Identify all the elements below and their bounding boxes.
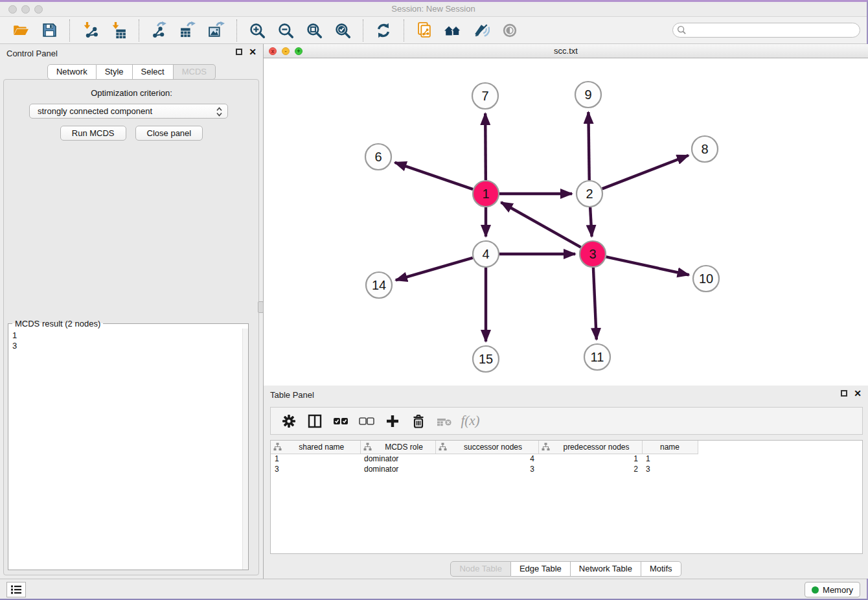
result-scrollbar[interactable] xyxy=(242,329,248,570)
toolbar-separator xyxy=(404,19,404,41)
tab-style[interactable]: Style xyxy=(97,64,133,80)
mcds-result-group: MCDS result (2 nodes) 1 3 xyxy=(8,319,249,570)
graph-edge-4-14[interactable] xyxy=(396,258,473,281)
toolbar-separator xyxy=(69,19,70,41)
graph-node-9[interactable]: 9 xyxy=(575,82,601,108)
optimization-criterion-label: Optimization criterion: xyxy=(0,88,263,98)
export-table-icon[interactable] xyxy=(178,21,198,40)
settings-gear-icon[interactable] xyxy=(278,411,300,431)
tab-network[interactable]: Network xyxy=(47,64,97,80)
hide-graphics-details-icon[interactable] xyxy=(472,21,491,40)
tab-mcds[interactable]: MCDS xyxy=(174,64,216,80)
graph-edge-1-6[interactable] xyxy=(395,163,474,189)
graph-node-8[interactable]: 8 xyxy=(692,136,718,162)
graph-node-6[interactable]: 6 xyxy=(365,144,391,170)
graph-edge-3-1[interactable] xyxy=(501,202,581,247)
add-row-icon[interactable] xyxy=(382,411,404,431)
run-mcds-button[interactable]: Run MCDS xyxy=(60,126,126,141)
graph-node-1[interactable]: 1 xyxy=(473,181,499,207)
tab-network-table[interactable]: Network Table xyxy=(571,561,641,577)
graph-edge-3-11[interactable] xyxy=(593,268,597,340)
node-table[interactable]: shared name MCDS role successor nodes pr… xyxy=(270,440,863,554)
criterion-select[interactable]: strongly connected component xyxy=(29,104,228,119)
network-graph[interactable]: 7968124314101511 xyxy=(264,58,868,385)
search-input[interactable] xyxy=(672,23,860,38)
svg-text:14: 14 xyxy=(372,278,386,292)
close-panel-button[interactable]: Close panel xyxy=(135,126,203,141)
svg-text:1: 1 xyxy=(482,187,489,201)
application-window: Session: New Session xyxy=(0,0,868,600)
table-row[interactable]: 3 dominator 3 2 3 xyxy=(271,464,698,474)
zoom-selected-icon[interactable] xyxy=(333,21,352,40)
delete-row-icon[interactable] xyxy=(407,411,429,431)
mcds-result-title: MCDS result (2 nodes) xyxy=(12,319,103,329)
export-image-icon[interactable] xyxy=(207,21,226,40)
graph-node-14[interactable]: 14 xyxy=(366,272,392,298)
column-header-name[interactable]: name xyxy=(642,441,698,454)
graph-node-4[interactable]: 4 xyxy=(473,241,499,267)
graph-edge-3-10[interactable] xyxy=(606,257,689,275)
save-session-icon[interactable] xyxy=(40,21,59,40)
refresh-view-icon[interactable] xyxy=(374,21,393,40)
close-table-panel-icon[interactable]: ✕ xyxy=(854,389,862,397)
svg-text:4: 4 xyxy=(482,247,489,261)
status-bar: Memory xyxy=(0,579,867,599)
tab-motifs[interactable]: Motifs xyxy=(641,561,681,577)
memory-status-icon xyxy=(812,586,819,594)
graph-node-15[interactable]: 15 xyxy=(473,346,499,372)
graph-edge-2-8[interactable] xyxy=(602,156,689,189)
network-title: scc.txt xyxy=(264,46,868,56)
tab-node-table[interactable]: Node Table xyxy=(450,561,511,577)
tab-select[interactable]: Select xyxy=(133,64,174,80)
float-panel-icon[interactable] xyxy=(236,49,242,55)
zoom-fit-icon[interactable] xyxy=(304,21,324,40)
export-network-icon[interactable] xyxy=(150,21,169,40)
list-icon xyxy=(10,584,22,595)
table-row[interactable]: 1 dominator 4 1 1 xyxy=(271,454,698,464)
select-all-icon[interactable] xyxy=(330,411,352,431)
svg-text:2: 2 xyxy=(586,187,593,201)
network-view-window: x - + scc.txt 7968124314101511 xyxy=(264,44,868,386)
graph-node-11[interactable]: 11 xyxy=(584,344,610,370)
graph-node-7[interactable]: 7 xyxy=(472,83,498,109)
chevron-updown-icon xyxy=(216,106,223,119)
network-canvas[interactable]: 7968124314101511 xyxy=(264,58,868,385)
eye-preview-icon[interactable] xyxy=(500,21,520,40)
graph-node-10[interactable]: 10 xyxy=(693,266,719,292)
column-header-mcds-role[interactable]: MCDS role xyxy=(360,441,435,454)
search-icon xyxy=(677,25,687,35)
tree-icon xyxy=(363,443,372,451)
memory-button[interactable]: Memory xyxy=(805,582,860,597)
clone-network-icon[interactable] xyxy=(415,21,434,40)
svg-text:10: 10 xyxy=(699,271,713,286)
zoom-in-icon[interactable] xyxy=(247,21,267,40)
graph-edge-2-9[interactable] xyxy=(588,112,589,180)
home-layout-icon[interactable] xyxy=(443,21,463,40)
import-table-icon[interactable] xyxy=(109,21,128,40)
svg-text:8: 8 xyxy=(701,142,708,156)
column-header-predecessor-nodes[interactable]: predecessor nodes xyxy=(538,441,642,454)
graph-edge-1-7[interactable] xyxy=(485,113,486,180)
search-field[interactable] xyxy=(672,23,860,38)
column-header-shared-name[interactable]: shared name xyxy=(271,441,360,454)
tab-edge-table[interactable]: Edge Table xyxy=(511,561,571,577)
toolbar-separator xyxy=(363,19,363,41)
column-header-successor-nodes[interactable]: successor nodes xyxy=(435,441,538,454)
svg-text:3: 3 xyxy=(589,247,596,261)
deselect-all-icon[interactable] xyxy=(356,411,378,431)
close-panel-icon[interactable]: ✕ xyxy=(249,48,257,56)
import-network-icon[interactable] xyxy=(80,21,100,40)
open-session-icon[interactable] xyxy=(11,21,30,40)
float-table-panel-icon[interactable] xyxy=(841,390,847,397)
graph-node-2[interactable]: 2 xyxy=(577,181,602,207)
mcds-result-text[interactable]: 1 3 xyxy=(10,330,247,568)
control-panel: Control Panel ✕ Network Style Select MCD… xyxy=(0,44,263,579)
zoom-out-icon[interactable] xyxy=(276,21,295,40)
graph-edge-2-3[interactable] xyxy=(590,207,591,237)
splitter-grip[interactable] xyxy=(258,301,264,313)
show-columns-icon[interactable] xyxy=(304,411,326,431)
tree-icon xyxy=(439,443,447,451)
graph-node-3[interactable]: 3 xyxy=(580,241,606,267)
network-window-titlebar[interactable]: x - + scc.txt xyxy=(264,44,868,58)
task-history-button[interactable] xyxy=(6,582,26,597)
